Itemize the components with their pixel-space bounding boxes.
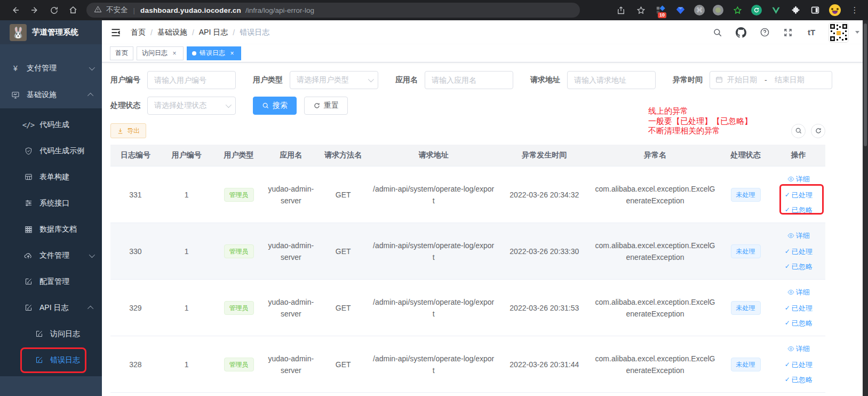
cell-user-id: 1: [161, 167, 213, 223]
top-navbar: 首页 / 基础设施 / API 日志 / 错误日志 tT: [102, 20, 868, 44]
sidebar-item-file-mgmt[interactable]: 文件管理: [0, 242, 102, 268]
insecure-warning-icon[interactable]: [94, 5, 102, 15]
process-status-select[interactable]: 请选择处理状态: [147, 97, 236, 115]
breadcrumb-infra[interactable]: 基础设施: [157, 28, 187, 37]
status-badge: 未处理: [731, 244, 761, 258]
sidebar-item-api-log[interactable]: API 日志: [0, 295, 102, 321]
user-id-input[interactable]: [147, 71, 236, 89]
request-url-input[interactable]: [567, 71, 656, 89]
ignored-link[interactable]: ✓已忽略: [785, 203, 813, 217]
cell-url: /admin-api/system/operate-log/export: [369, 223, 498, 280]
star-extension-icon[interactable]: [731, 4, 743, 16]
cell-app-name: yudao-admin-server: [265, 167, 317, 223]
sidebar-item-codegen[interactable]: </> 代码生成: [0, 112, 102, 138]
sidebar-logo[interactable]: 🐰 芋道管理系统: [0, 20, 102, 44]
cell-app-name: yudao-admin-server: [265, 223, 317, 280]
recorder-extension-icon[interactable]: [713, 5, 723, 15]
page-content: 用户编号 用户类型 请选择用户类型 应用名 请求地址 异常时间: [102, 62, 868, 396]
sidebar-item-db-doc[interactable]: 数据库文档: [0, 216, 102, 242]
command-extension-icon[interactable]: ⌘: [694, 5, 705, 15]
header-search-icon[interactable]: [711, 26, 724, 39]
cell-user-id: 1: [161, 280, 213, 336]
avatar-dropdown-caret[interactable]: [855, 31, 859, 34]
sidebar-item-config-mgmt[interactable]: 配置管理: [0, 268, 102, 295]
side-panel-icon[interactable]: [809, 4, 821, 16]
url-domain: dashboard.yudao.iocoder.cn: [140, 6, 241, 14]
refresh-table-icon[interactable]: [811, 124, 825, 138]
app-name-label: 应用名: [395, 75, 418, 85]
sidebar-item-form-builder[interactable]: 表单构建: [0, 164, 102, 190]
share-icon[interactable]: [615, 4, 627, 16]
handled-link[interactable]: ✓已处理: [785, 301, 813, 315]
exception-time-label: 异常时间: [673, 75, 703, 85]
gem-extension-icon[interactable]: [674, 4, 686, 16]
chevron-down-icon: [89, 65, 95, 70]
search-button[interactable]: 搜索: [253, 97, 297, 115]
sidebar-collapse-icon[interactable]: [110, 27, 122, 38]
vue-devtools-icon[interactable]: [770, 4, 782, 16]
cloud-upload-icon: [23, 252, 33, 259]
date-start-placeholder: 开始日期: [727, 75, 757, 85]
github-icon[interactable]: [735, 26, 747, 39]
ignored-link[interactable]: ✓已忽略: [785, 373, 813, 387]
browser-back-icon[interactable]: [10, 4, 21, 16]
breadcrumb: 首页 / 基础设施 / API 日志 / 错误日志: [131, 28, 269, 37]
sidebar-item-codegen-demo[interactable]: 代码生成示例: [0, 138, 102, 164]
sidebar-item-system-api[interactable]: 系统接口: [0, 190, 102, 216]
security-label[interactable]: 不安全: [106, 5, 128, 15]
user-type-select[interactable]: 请选择用户类型: [290, 71, 378, 89]
tab-access-log[interactable]: 访问日志×: [137, 46, 184, 60]
cell-time: 2022-03-26 20:34:32: [498, 167, 591, 223]
tab-error-log[interactable]: 错误日志×: [187, 46, 241, 60]
fullscreen-icon[interactable]: [782, 26, 794, 39]
ignored-link[interactable]: ✓已忽略: [785, 259, 813, 274]
close-icon[interactable]: ×: [171, 50, 178, 57]
extensions-puzzle-icon[interactable]: [790, 4, 801, 16]
detail-link[interactable]: 详细: [787, 342, 810, 356]
cell-exception: com.alibaba.excel.exception.ExcelGenerat…: [591, 167, 719, 223]
export-button[interactable]: 导出: [110, 123, 146, 138]
handled-link[interactable]: ✓已处理: [785, 188, 813, 202]
browser-forward-icon[interactable]: [29, 4, 41, 16]
font-size-icon[interactable]: tT: [805, 26, 818, 39]
browser-scrollbar[interactable]: [863, 20, 868, 396]
active-dot: [192, 51, 196, 56]
toggle-search-icon[interactable]: [791, 124, 806, 138]
browser-reload-icon[interactable]: [48, 4, 60, 16]
reset-button[interactable]: 重置: [304, 97, 348, 115]
sidebar-item-error-log[interactable]: 错误日志: [0, 347, 102, 373]
user-avatar-qr[interactable]: [829, 22, 849, 43]
error-log-table: 日志编号 用户编号 用户类型 应用名 请求方法名 请求地址 异常发生时间 异常名…: [110, 145, 825, 393]
scrollbar-thumb[interactable]: [864, 23, 867, 146]
extension-blocks-icon[interactable]: 10: [655, 4, 666, 16]
detail-link[interactable]: 详细: [787, 228, 810, 243]
cell-user-id: 1: [161, 223, 213, 280]
address-bar[interactable]: 不安全 | dashboard.yudao.iocoder.cn/infra/l…: [86, 3, 580, 18]
sidebar-item-access-log[interactable]: 访问日志: [0, 321, 102, 347]
sidebar-item-infra[interactable]: 基础设施: [0, 82, 102, 108]
status-badge: 未处理: [731, 188, 761, 202]
user-type-badge: 管理员: [224, 301, 254, 315]
sidebar-item-pay[interactable]: ¥ 支付管理: [0, 55, 102, 82]
chrome-menu-icon[interactable]: ⋮: [849, 4, 861, 16]
refresh-extension-icon[interactable]: [751, 5, 762, 15]
profile-avatar[interactable]: [829, 4, 841, 16]
handled-link[interactable]: ✓已处理: [785, 244, 813, 259]
tab-home[interactable]: 首页: [110, 46, 133, 60]
ignored-link[interactable]: ✓已忽略: [785, 316, 813, 330]
handled-link[interactable]: ✓已处理: [785, 358, 813, 372]
edit-square-icon: [23, 278, 33, 286]
column-header: 用户类型: [213, 145, 265, 167]
detail-link[interactable]: 详细: [787, 285, 810, 299]
breadcrumb-api-log[interactable]: API 日志: [199, 28, 228, 37]
detail-link[interactable]: 详细: [787, 172, 810, 186]
close-icon[interactable]: ×: [228, 50, 236, 57]
date-range-picker[interactable]: 开始日期 - 结束日期: [710, 71, 832, 89]
browser-home-icon[interactable]: [67, 4, 79, 16]
breadcrumb-home[interactable]: 首页: [131, 28, 146, 37]
bookmark-star-icon[interactable]: [635, 4, 647, 16]
url-divider: |: [133, 6, 136, 14]
app-name-input[interactable]: [425, 71, 513, 89]
help-icon[interactable]: [758, 26, 771, 39]
grid-icon: [23, 225, 33, 233]
